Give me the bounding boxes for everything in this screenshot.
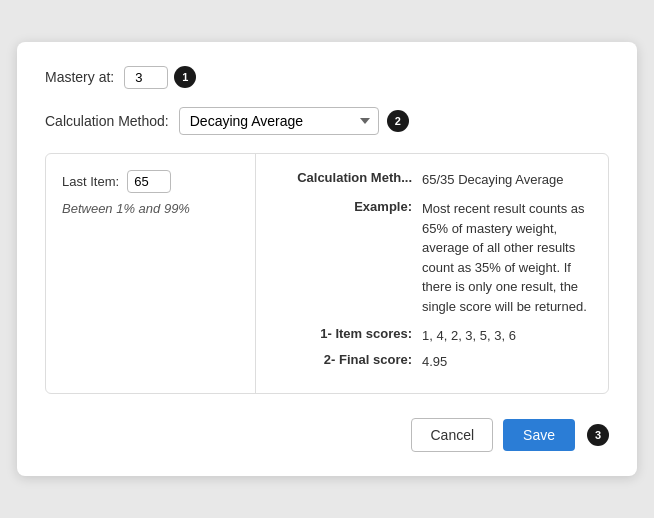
- step-badge-1: 1: [174, 66, 196, 88]
- cancel-button[interactable]: Cancel: [411, 418, 493, 452]
- calc-example-label: Example:: [272, 199, 412, 316]
- item-scores-row: 1- Item scores: 1, 4, 2, 3, 5, 3, 6: [272, 326, 592, 346]
- calculation-method-label: Calculation Method:: [45, 113, 169, 129]
- step-badge-2: 2: [387, 110, 409, 132]
- last-item-row: Last Item:: [62, 170, 239, 193]
- mastery-input[interactable]: [124, 66, 168, 89]
- calc-method-header-label: Calculation Meth...: [272, 170, 412, 190]
- final-score-value: 4.95: [422, 352, 592, 372]
- panel-left: Last Item: Between 1% and 99%: [46, 154, 256, 394]
- last-item-input[interactable]: [127, 170, 171, 193]
- calculation-method-select[interactable]: Decaying Average Most Recent Score Highe…: [179, 107, 379, 135]
- panel-right: Calculation Meth... 65/35 Decaying Avera…: [256, 154, 608, 394]
- calculation-select-wrapper: Decaying Average Most Recent Score Highe…: [179, 107, 409, 135]
- last-item-label: Last Item:: [62, 174, 119, 189]
- calc-method-text: Calculation Meth...: [297, 170, 412, 185]
- modal-footer: Cancel Save 3: [45, 418, 609, 452]
- mastery-label: Mastery at:: [45, 69, 114, 85]
- item-scores-value: 1, 4, 2, 3, 5, 3, 6: [422, 326, 592, 346]
- mastery-row: Mastery at: 1: [45, 66, 609, 89]
- calc-method-value: 65/35 Decaying Average: [422, 170, 592, 190]
- item-scores-label: 1- Item scores:: [272, 326, 412, 346]
- calc-example-value: Most recent result counts as 65% of mast…: [422, 199, 592, 316]
- final-score-label: 2- Final score:: [272, 352, 412, 372]
- calc-method-row: Calculation Meth... 65/35 Decaying Avera…: [272, 170, 592, 190]
- mastery-modal: Mastery at: 1 Calculation Method: Decayi…: [17, 42, 637, 477]
- final-score-row: 2- Final score: 4.95: [272, 352, 592, 372]
- save-wrapper: Save 3: [503, 419, 609, 451]
- calculation-method-row: Calculation Method: Decaying Average Mos…: [45, 107, 609, 135]
- range-hint: Between 1% and 99%: [62, 201, 239, 216]
- step-badge-3: 3: [587, 424, 609, 446]
- save-button[interactable]: Save: [503, 419, 575, 451]
- calc-example-row: Example: Most recent result counts as 65…: [272, 199, 592, 316]
- example-panel: Last Item: Between 1% and 99% Calculatio…: [45, 153, 609, 395]
